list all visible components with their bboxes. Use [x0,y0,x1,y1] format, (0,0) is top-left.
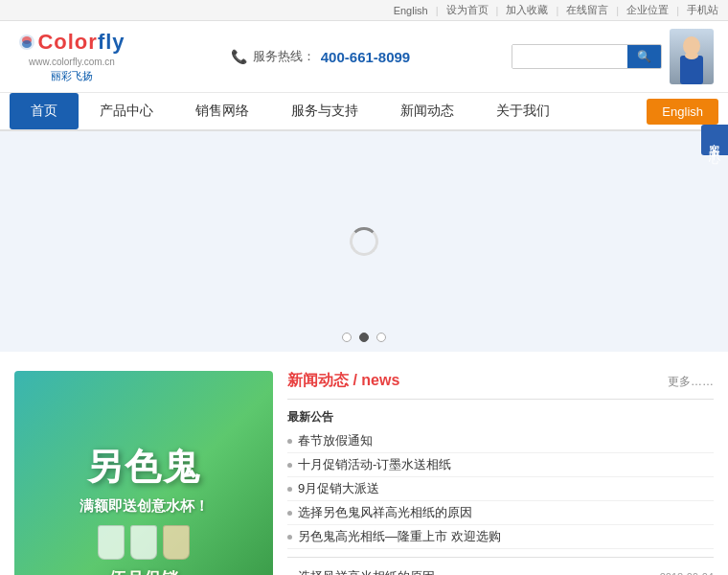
cup-1 [98,525,125,560]
sep3: | [556,5,558,16]
nav-item-home[interactable]: 首页 [10,93,79,129]
header-middle: 📞 服务热线： 400-661-8099 [148,48,492,65]
news-top-item-2[interactable]: 十月促销活动-订墨水送相纸 [287,453,714,477]
news-top-text-2: 十月促销活动-订墨水送相纸 [298,456,714,473]
hotline-number: 400-661-8099 [321,49,410,65]
news-date-1: 2018-09-04 [660,571,714,575]
news-top-text-3: 9月促销大派送 [298,480,714,497]
nav-item-network[interactable]: 销售网络 [174,93,270,129]
promo-box[interactable]: 另色鬼 满额即送创意水杯！ 伍月促销 [14,371,273,575]
sep2: | [496,5,499,16]
search-input[interactable] [512,45,627,68]
topbar-link-message[interactable]: 在线留言 [566,3,608,17]
news-text-1: 选择风祥高光相纸的原因 [298,568,652,575]
slider-section [0,131,728,352]
svg-point-5 [685,52,698,59]
news-header: 新闻动态 / news 更多…… [287,371,714,400]
customer-service-sidebar[interactable]: 客服中心 [701,125,728,155]
svg-rect-4 [680,56,703,84]
news-more-link[interactable]: 更多…… [668,374,714,390]
news-top-item-4[interactable]: 选择另色鬼风祥高光相纸的原因 [287,501,714,525]
nav-item-service[interactable]: 服务与支持 [270,93,379,129]
news-top-item-3[interactable]: 9月促销大派送 [287,477,714,501]
logo-area[interactable]: Colorfly www.colorfly.com.cn 丽彩飞扬 [14,30,129,83]
svg-point-2 [22,40,32,48]
nav-item-products[interactable]: 产品中心 [79,93,174,129]
avatar [670,29,714,84]
loading-spinner [350,227,378,256]
slider-dot-1[interactable] [342,333,352,342]
nav-item-news[interactable]: 新闻动态 [379,93,475,129]
header-right: 🔍 [512,29,714,84]
news-top-text-5: 另色鬼高光相纸—隆重上市 欢迎选购 [298,528,714,545]
bullet-1 [287,439,292,444]
hotline: 📞 服务热线： 400-661-8099 [231,48,410,65]
logo-fly: fly [98,30,125,54]
cup-2 [130,525,157,560]
topbar-link-english[interactable]: English [394,5,428,16]
topbar-link-bookmark[interactable]: 加入收藏 [506,3,548,17]
hotline-label: 服务热线： [253,48,315,65]
topbar-link-location[interactable]: 企业位置 [626,3,669,17]
nav-english-button[interactable]: English [647,99,718,125]
news-title: 新闻动态 / news [287,371,399,391]
search-box[interactable]: 🔍 [512,44,662,69]
news-top-item-1[interactable]: 春节放假通知 [287,429,714,453]
logo-color: Color [37,30,97,54]
logo-text: Colorfly [37,30,125,55]
nav-item-about[interactable]: 关于我们 [475,93,571,129]
news-divider [287,557,714,558]
news-top-text-4: 选择另色鬼风祥高光相纸的原因 [298,504,714,521]
navigation: 首页 产品中心 销售网络 服务与支持 新闻动态 关于我们 English [0,93,728,131]
promo-title: 另色鬼 [86,443,201,492]
bullet-5 [287,535,292,540]
sep4: | [616,5,619,16]
avatar-person-svg [672,34,711,84]
promo-text2: 伍月促销 [109,567,178,576]
topbar-link-mobile[interactable]: 手机站 [687,3,718,17]
search-button[interactable]: 🔍 [627,45,661,68]
logo-icon [18,34,35,51]
news-section: 新闻动态 / news 更多…… 最新公告 春节放假通知 十月促销活动-订墨水送… [287,371,714,575]
news-item-1[interactable]: 选择风祥高光相纸的原因 2018-09-04 [287,565,714,575]
logo-cn-name: 丽彩飞扬 [51,69,93,83]
header: Colorfly www.colorfly.com.cn 丽彩飞扬 📞 服务热线… [0,21,728,93]
news-top-item-5[interactable]: 另色鬼高光相纸—隆重上市 欢迎选购 [287,525,714,549]
phone-icon: 📞 [231,49,247,64]
news-category-label: 最新公告 [287,409,714,426]
news-top-list: 春节放假通知 十月促销活动-订墨水送相纸 9月促销大派送 选择另色鬼风祥高光相纸… [287,429,714,549]
topbar-link-homepage[interactable]: 设为首页 [446,3,489,17]
slider-dot-2[interactable] [359,333,369,342]
bullet-3 [287,487,292,492]
logo-url: www.colorfly.com.cn [29,57,115,67]
news-list: 选择风祥高光相纸的原因 2018-09-04 另色鬼风祥高光相纸-即将上市 敬请… [287,565,714,575]
bullet-4 [287,511,292,516]
slider-dots [342,333,386,342]
promo-cups [98,525,190,560]
slider-loading [350,227,378,256]
sep1: | [436,5,439,16]
top-bar: English | 设为首页 | 加入收藏 | 在线留言 | 企业位置 | 手机… [0,0,728,21]
cup-3 [163,525,190,560]
promo-text1: 满额即送创意水杯！ [80,497,209,516]
cs-label: 客服中心 [708,134,721,146]
section-row: 另色鬼 满额即送创意水杯！ 伍月促销 新闻动态 / news 更多…… 最新公告… [0,356,728,575]
bullet-2 [287,463,292,468]
news-top-text-1: 春节放假通知 [298,432,714,449]
sep5: | [676,5,679,16]
slider-dot-3[interactable] [376,333,386,342]
